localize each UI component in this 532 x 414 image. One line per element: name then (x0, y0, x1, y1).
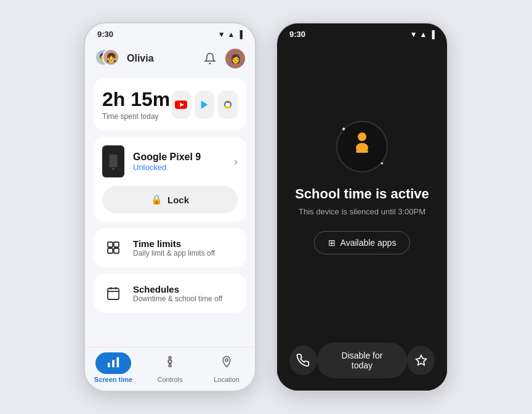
header-row: 👦 👧 Olivia 👩 (94, 46, 246, 71)
lock-icon: 🔒 (151, 194, 163, 205)
time-value: 2h 15m (102, 88, 170, 111)
svg-rect-28 (356, 150, 368, 153)
location-pin-fab[interactable] (407, 346, 435, 375)
svg-point-21 (169, 357, 171, 359)
schedules-sub: Downtime & school time off (133, 294, 222, 303)
svg-point-26 (358, 132, 366, 141)
sparkle-icon-br: ✦ (380, 161, 384, 166)
app-icons (171, 91, 238, 119)
school-circle: ✦ ✦ (337, 122, 387, 171)
grid-icon: ⊞ (328, 238, 336, 248)
phone-light-content: 👦 👧 Olivia 👩 2h 15m Tim (85, 41, 255, 347)
wifi-icon-dark: ▼ (410, 30, 417, 39)
device-name: Google Pixel 9 (133, 152, 234, 163)
school-title: School time is active (295, 186, 429, 202)
svg-rect-10 (114, 242, 119, 247)
nav-controls-label: Controls (158, 376, 183, 383)
time-limits-icon (102, 237, 124, 259)
avatar-group: 👦 👧 (95, 49, 122, 68)
status-bar-dark: 9:30 ▼ ▲ ▐ (277, 23, 447, 41)
lock-label: Lock (167, 195, 189, 205)
phone-dark: 9:30 ▼ ▲ ▐ ✦ ✦ School time is active (276, 22, 448, 392)
schedules-title: Schedules (133, 284, 222, 294)
available-apps-label: Available apps (341, 238, 397, 248)
svg-rect-11 (108, 248, 113, 253)
user-info: 👦 👧 Olivia (95, 49, 154, 68)
time-limits-title: Time limits (133, 238, 215, 249)
nav-screen-time[interactable]: Screen time (85, 352, 142, 383)
controls-icon (163, 357, 177, 371)
app-chrome (218, 91, 238, 119)
phone-call-fab[interactable] (289, 346, 317, 375)
nav-location-icon-wrap (209, 352, 244, 374)
user-name: Olivia (127, 53, 154, 64)
svg-rect-9 (108, 242, 113, 247)
school-subtitle: This device is silenced until 3:00PM (299, 207, 425, 216)
time-label: Time spent today (102, 112, 170, 121)
device-card-inner[interactable]: Google Pixel 9 Unlocked › (94, 137, 246, 186)
device-card: Google Pixel 9 Unlocked › 🔒 Lock (94, 137, 246, 222)
dark-bottom: Disable for today (277, 335, 447, 391)
device-status: Unlocked (133, 163, 234, 172)
location-icon (220, 357, 233, 371)
school-person-icon (347, 129, 377, 164)
disable-today-button[interactable]: Disable for today (317, 343, 407, 378)
time-limits-text: Time limits Daily limit & app limits off (133, 238, 215, 258)
schedules-icon (102, 282, 124, 304)
svg-rect-7 (109, 155, 117, 168)
status-icons-dark: ▼ ▲ ▐ (410, 30, 435, 39)
time-display: 2h 15m Time spent today (102, 88, 238, 121)
nav-controls-icon-wrap (152, 352, 188, 374)
schedules-item: Schedules Downtime & school time off (102, 282, 238, 304)
status-time-light: 9:30 (97, 30, 113, 39)
status-bar-light: 9:30 ▼ ▲ ▐ (85, 23, 255, 41)
notification-bell-icon[interactable] (201, 49, 219, 68)
svg-point-5 (226, 102, 230, 106)
device-info: Google Pixel 9 Unlocked (133, 152, 234, 172)
device-phone-icon (102, 145, 124, 177)
avatar-front: 👧 (102, 49, 119, 66)
nav-screen-time-icon-wrap (95, 352, 131, 374)
svg-point-22 (169, 365, 171, 367)
schedules-text: Schedules Downtime & school time off (133, 284, 222, 303)
svg-rect-18 (112, 360, 115, 367)
dark-content: ✦ ✦ School time is active This device is… (277, 41, 447, 335)
app-youtube (171, 91, 191, 119)
sparkle-icon-tl: ✦ (341, 126, 346, 132)
svg-point-8 (113, 168, 115, 170)
nav-location-label: Location (214, 376, 240, 383)
battery-icon: ▐ (237, 30, 243, 39)
lock-button[interactable]: 🔒 Lock (102, 186, 238, 213)
svg-rect-13 (108, 288, 119, 299)
time-limits-card[interactable]: Time limits Daily limit & app limits off (94, 228, 246, 267)
time-limits-item: Time limits Daily limit & app limits off (102, 237, 238, 259)
status-time-dark: 9:30 (289, 30, 305, 39)
time-info: 2h 15m Time spent today (102, 88, 170, 121)
screen-time-icon (107, 357, 120, 371)
header-icons: 👩 (201, 49, 245, 68)
lock-button-wrap: 🔒 Lock (94, 186, 246, 222)
wifi-icon: ▼ (218, 30, 225, 39)
app-play (195, 91, 214, 119)
chevron-right-icon: › (234, 155, 238, 168)
nav-screen-time-label: Screen time (94, 376, 132, 383)
nav-controls[interactable]: Controls (142, 352, 198, 383)
signal-icon-dark: ▲ (420, 30, 427, 39)
svg-point-25 (225, 359, 228, 361)
svg-rect-17 (108, 363, 110, 367)
time-card: 2h 15m Time spent today (94, 78, 246, 131)
time-limits-sub: Daily limit & app limits off (133, 249, 215, 258)
battery-icon-dark: ▐ (429, 30, 435, 39)
svg-marker-2 (201, 100, 208, 109)
available-apps-button[interactable]: ⊞ Available apps (314, 231, 411, 254)
phone-light: 9:30 ▼ ▲ ▐ 👦 👧 Olivia (84, 22, 256, 392)
nav-location[interactable]: Location (198, 352, 255, 383)
schedules-card[interactable]: Schedules Downtime & school time off (94, 274, 246, 313)
signal-icon: ▲ (228, 30, 235, 39)
svg-rect-12 (114, 248, 119, 253)
user-avatar-large[interactable]: 👩 (225, 49, 245, 68)
bottom-nav: Screen time Controls (85, 347, 255, 391)
svg-rect-19 (117, 357, 119, 368)
disable-today-label: Disable for today (342, 351, 383, 370)
status-icons-light: ▼ ▲ ▐ (218, 30, 243, 39)
